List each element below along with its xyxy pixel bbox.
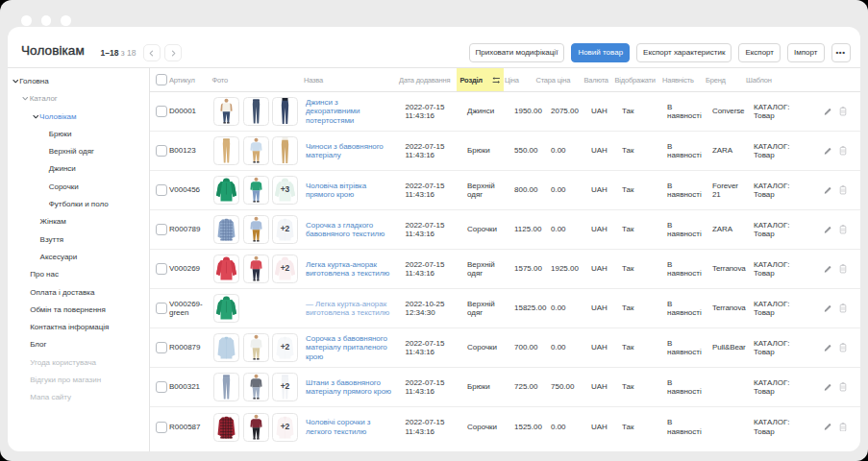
row-checkbox[interactable] bbox=[156, 328, 167, 367]
toolbar-button-2[interactable]: Експорт характеристик bbox=[636, 43, 732, 62]
product-name-link[interactable]: Сорочка з гладкого бавовняного текстилю bbox=[306, 221, 394, 239]
row-checkbox[interactable] bbox=[156, 289, 167, 328]
product-name-link[interactable]: Чиноси з бавовняного матеріалу bbox=[306, 142, 394, 160]
product-photo[interactable] bbox=[213, 215, 239, 244]
col-header-photo[interactable]: Фото bbox=[212, 68, 228, 91]
delete-button[interactable] bbox=[837, 92, 849, 131]
row-checkbox[interactable] bbox=[156, 92, 167, 131]
col-header-section[interactable]: Розділ bbox=[460, 68, 483, 91]
sidebar-item-9[interactable]: Взуття bbox=[8, 230, 149, 248]
delete-button[interactable] bbox=[837, 407, 849, 447]
sidebar-item-16[interactable]: Угода користувача bbox=[8, 353, 149, 371]
row-checkbox[interactable] bbox=[156, 368, 167, 406]
product-photo[interactable] bbox=[213, 97, 239, 126]
sidebar-item-5[interactable]: Джинси bbox=[8, 160, 149, 178]
row-checkbox[interactable] bbox=[156, 171, 167, 209]
window-dot-3[interactable] bbox=[61, 15, 71, 26]
product-photo[interactable] bbox=[243, 136, 269, 165]
product-name-link[interactable]: Легка куртка-анорак виготовлена з тексти… bbox=[306, 260, 394, 279]
col-header-template[interactable]: Шаблон bbox=[746, 68, 772, 91]
prev-page-button[interactable] bbox=[143, 44, 161, 61]
product-photo[interactable] bbox=[243, 176, 269, 205]
select-all-checkbox[interactable] bbox=[156, 68, 167, 91]
product-photo[interactable] bbox=[243, 373, 269, 401]
delete-button[interactable] bbox=[837, 250, 849, 288]
product-name-link[interactable]: Джинси з декоративними потертостями bbox=[306, 98, 394, 126]
delete-button[interactable] bbox=[837, 210, 849, 249]
product-name-link[interactable]: — Легка куртка-анорак виготовлена з текс… bbox=[306, 300, 394, 318]
product-name-link[interactable]: Штани з бавовняного матеріалу прямого кр… bbox=[306, 378, 394, 397]
sidebar-item-3[interactable]: Брюки bbox=[8, 125, 149, 142]
delete-button[interactable] bbox=[837, 171, 849, 209]
sidebar-item-17[interactable]: Відгуки про магазин bbox=[8, 371, 149, 388]
product-photo[interactable] bbox=[213, 294, 239, 323]
sidebar-item-11[interactable]: Про нас bbox=[8, 266, 149, 283]
col-header-name[interactable]: Назва bbox=[304, 68, 323, 91]
col-header-date[interactable]: Дата додавання bbox=[399, 68, 450, 91]
toolbar-button-0[interactable]: Приховати модифікації bbox=[469, 43, 565, 62]
edit-button[interactable] bbox=[823, 328, 834, 367]
product-photo[interactable] bbox=[213, 255, 239, 283]
product-photo[interactable] bbox=[243, 333, 269, 362]
product-photo[interactable] bbox=[272, 136, 298, 165]
product-photo[interactable] bbox=[213, 413, 239, 442]
product-photo-more[interactable]: +2 bbox=[272, 215, 298, 244]
col-header-article[interactable]: Артикул bbox=[169, 68, 195, 91]
more-actions-button[interactable]: ••• bbox=[831, 43, 851, 62]
row-checkbox[interactable] bbox=[156, 250, 167, 288]
edit-button[interactable] bbox=[823, 171, 834, 209]
row-checkbox[interactable] bbox=[156, 132, 167, 170]
delete-button[interactable] bbox=[837, 328, 849, 367]
delete-button[interactable] bbox=[837, 368, 849, 406]
edit-button[interactable] bbox=[823, 407, 834, 447]
sidebar-item-14[interactable]: Контактна інформація bbox=[8, 318, 149, 335]
delete-button[interactable] bbox=[837, 132, 849, 170]
product-name-link[interactable]: Сорочка з бавовняного матеріалу притален… bbox=[306, 334, 394, 362]
edit-button[interactable] bbox=[823, 368, 834, 406]
sidebar-item-12[interactable]: Оплата і доставка bbox=[8, 283, 149, 301]
window-dot-1[interactable] bbox=[21, 15, 32, 26]
sidebar-item-6[interactable]: Сорочки bbox=[8, 178, 149, 195]
sidebar-item-13[interactable]: Обмін та повернення bbox=[8, 301, 149, 318]
product-photo-more[interactable]: +2 bbox=[272, 255, 298, 283]
product-photo[interactable] bbox=[213, 373, 239, 401]
col-header-price[interactable]: Ціна bbox=[505, 68, 519, 91]
next-page-button[interactable] bbox=[164, 44, 182, 61]
product-name-link[interactable]: Чоловічі сорочки з легкого текстилю bbox=[306, 418, 394, 436]
product-photo[interactable] bbox=[243, 215, 269, 244]
product-photo[interactable] bbox=[243, 255, 269, 283]
toolbar-button-1[interactable]: Новий товар bbox=[571, 43, 630, 62]
product-photo[interactable] bbox=[213, 136, 239, 165]
sidebar-item-18[interactable]: Мапа сайту bbox=[8, 389, 149, 406]
product-photo-more[interactable]: +2 bbox=[272, 333, 298, 362]
edit-button[interactable] bbox=[823, 132, 834, 170]
product-photo[interactable] bbox=[243, 413, 269, 442]
toolbar-button-4[interactable]: Імпорт bbox=[787, 43, 824, 62]
product-photo[interactable] bbox=[213, 333, 239, 362]
window-dot-2[interactable] bbox=[41, 15, 52, 26]
sidebar-item-15[interactable]: Блог bbox=[8, 336, 149, 353]
edit-button[interactable] bbox=[823, 92, 834, 131]
sidebar-item-4[interactable]: Верхній одяг bbox=[8, 142, 149, 159]
col-header-availability[interactable]: Наявність bbox=[662, 68, 694, 91]
sidebar-item-0[interactable]: Головна bbox=[8, 72, 149, 89]
row-checkbox[interactable] bbox=[156, 407, 167, 447]
product-photo-more[interactable]: +2 bbox=[272, 413, 298, 442]
edit-button[interactable] bbox=[823, 250, 834, 288]
product-photo[interactable] bbox=[243, 97, 269, 126]
sidebar-item-7[interactable]: Футболки и поло bbox=[8, 195, 149, 212]
col-header-currency[interactable]: Валюта bbox=[584, 68, 608, 91]
product-photo[interactable] bbox=[272, 97, 298, 126]
product-name-link[interactable]: Чоловіча вітрівка прямого крою bbox=[306, 182, 394, 200]
sidebar-item-1[interactable]: Каталог bbox=[8, 90, 149, 108]
edit-button[interactable] bbox=[823, 210, 834, 249]
product-photo-more[interactable]: +2 bbox=[272, 373, 298, 401]
row-checkbox[interactable] bbox=[156, 210, 167, 249]
product-photo[interactable] bbox=[213, 176, 239, 205]
sort-arrows-icon[interactable] bbox=[492, 68, 502, 91]
col-header-old-price[interactable]: Стара ціна bbox=[536, 68, 571, 91]
delete-button[interactable] bbox=[837, 289, 849, 328]
col-header-visible[interactable]: Відображати bbox=[615, 68, 656, 91]
product-photo-more[interactable]: +3 bbox=[272, 176, 298, 205]
col-header-brand[interactable]: Бренд bbox=[706, 68, 726, 91]
